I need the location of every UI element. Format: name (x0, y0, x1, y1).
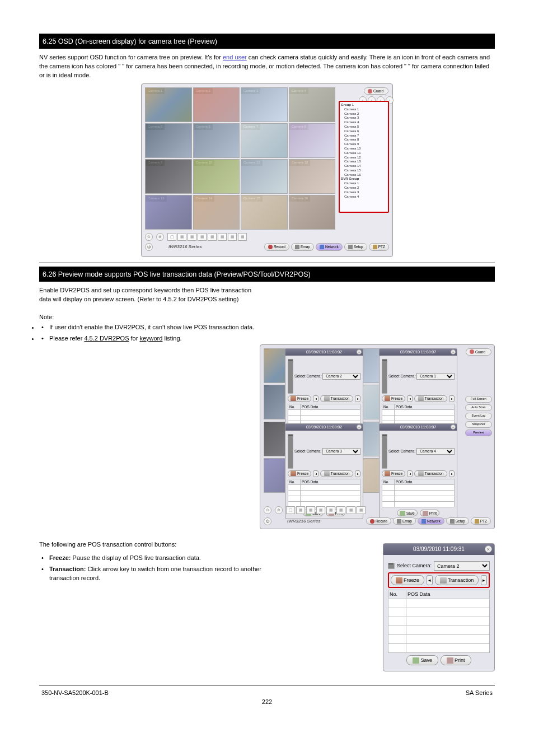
camera-tile[interactable] (289, 87, 336, 122)
nav-network[interactable]: Network (316, 243, 343, 250)
camera-tile[interactable] (289, 195, 336, 230)
layout-1[interactable]: ▢ (286, 506, 295, 514)
camera-tile[interactable] (289, 123, 336, 158)
camera-tile[interactable] (193, 87, 240, 122)
layout-9[interactable]: ▦ (208, 233, 217, 241)
transaction-button[interactable]: Transaction (435, 575, 479, 585)
close-icon[interactable]: × (357, 349, 362, 354)
tree-item[interactable]: Camera 1 (341, 181, 387, 186)
transaction-button[interactable]: Transaction (320, 470, 353, 477)
camera-select[interactable]: Camera 2 (322, 373, 360, 380)
next-transaction[interactable]: ▸ (481, 575, 487, 585)
freeze-button[interactable]: Freeze (382, 470, 405, 477)
camera-tile[interactable] (193, 195, 240, 230)
tree-item[interactable]: Camera 2 (341, 186, 387, 190)
tree-item[interactable]: Camera 12 (341, 156, 387, 160)
end-user-link[interactable]: end user (223, 54, 247, 60)
tree-item[interactable]: Camera 6 (341, 129, 387, 134)
tree-group1[interactable]: Group 1 (341, 103, 387, 108)
lock-button[interactable]: ⊙ (145, 233, 153, 241)
transaction-button[interactable]: Transaction (414, 470, 447, 477)
tree-item[interactable]: Camera 3 (341, 116, 387, 120)
layout-13[interactable]: ▦ (336, 506, 345, 514)
tree-item[interactable]: Camera 7 (341, 134, 387, 138)
camera-tile[interactable] (241, 123, 288, 158)
freeze-button[interactable]: Freeze (382, 395, 405, 402)
close-icon[interactable]: × (451, 424, 456, 430)
tree-item[interactable]: Camera 4 (341, 195, 387, 199)
layout-8[interactable]: ▦ (198, 233, 207, 241)
tree-item[interactable]: Camera 15 (341, 169, 387, 173)
layout-6[interactable]: ▦ (306, 506, 315, 514)
next-transaction[interactable]: ▸ (355, 470, 360, 477)
camera-tile[interactable] (145, 195, 192, 230)
camera-tile[interactable] (145, 87, 192, 122)
camera-select[interactable]: Camera 3 (322, 448, 360, 455)
tree-item[interactable]: Camera 8 (341, 138, 387, 142)
tree-item[interactable]: Camera 3 (341, 190, 387, 195)
transaction-button[interactable]: Transaction (320, 395, 353, 402)
close-icon[interactable]: × (485, 545, 492, 553)
nav-ptz[interactable]: PTZ (369, 243, 389, 250)
power-button[interactable]: ⏻ (264, 517, 271, 525)
tree-item[interactable]: Camera 9 (341, 142, 387, 147)
next-transaction[interactable]: ▸ (355, 395, 360, 402)
nav-setup[interactable]: Setup (344, 243, 367, 250)
eventlog-button[interactable]: Event Log (465, 413, 492, 419)
nav-emap[interactable]: Emap (393, 517, 416, 525)
freeze-button[interactable]: Freeze (288, 470, 311, 477)
layout-4[interactable]: ▦ (177, 233, 186, 241)
tree-item[interactable]: Camera 4 (341, 120, 387, 125)
nav-ptz[interactable]: PTZ (471, 517, 491, 525)
snapshot-button[interactable]: Snapshot (465, 421, 492, 428)
transaction-button[interactable]: Transaction (414, 395, 447, 402)
lock-button[interactable]: ⊙ (264, 506, 271, 514)
guard-button[interactable]: Guard (364, 87, 388, 95)
next-transaction[interactable]: ▸ (449, 470, 455, 477)
print-button[interactable]: Print (441, 655, 471, 665)
camera-tile[interactable] (289, 159, 336, 194)
tree-item[interactable]: Camera 13 (341, 160, 387, 164)
print-button[interactable]: Print (420, 510, 439, 516)
layout-25[interactable]: ▦ (238, 233, 247, 241)
layout-9[interactable]: ▦ (326, 506, 335, 514)
layout-16[interactable]: ▦ (228, 233, 237, 241)
camera-tile[interactable] (193, 123, 240, 158)
nav-emap[interactable]: Emap (291, 243, 314, 250)
tree-item[interactable]: Camera 14 (341, 164, 387, 169)
layout-8[interactable]: ▦ (316, 506, 325, 514)
next-transaction[interactable]: ▸ (449, 395, 455, 402)
tree-item[interactable]: Camera 5 (341, 125, 387, 129)
camera-select[interactable]: Camera 4 (416, 448, 455, 455)
nav-setup[interactable]: Setup (446, 517, 469, 525)
layout-25[interactable]: ▦ (357, 506, 366, 514)
tree-item[interactable]: Camera 1 (341, 108, 387, 112)
prev-transaction[interactable]: ◂ (407, 470, 413, 477)
prev-transaction[interactable]: ◂ (313, 470, 318, 477)
save-button[interactable]: Save (406, 655, 438, 665)
layout-1[interactable]: ▢ (167, 233, 176, 241)
tree-item[interactable]: Camera 11 (341, 151, 387, 156)
close-icon[interactable]: × (357, 424, 362, 430)
freeze-button[interactable]: Freeze (288, 395, 311, 402)
layout-16[interactable]: ▦ (346, 506, 355, 514)
save-button[interactable]: Save (397, 510, 418, 516)
nav-network[interactable]: Network (418, 517, 444, 525)
camera-tile[interactable] (241, 87, 288, 122)
expand-button[interactable]: ⊕ (156, 233, 164, 241)
layout-4[interactable]: ▦ (296, 506, 305, 514)
tree-item[interactable]: Camera 16 (341, 173, 387, 178)
freeze-button[interactable]: Freeze (391, 575, 424, 585)
camera-tree-redbox[interactable]: Group 1 Camera 1 Camera 2 Camera 3 Camer… (339, 101, 389, 213)
fullscreen-button[interactable]: Full Screen (465, 396, 492, 403)
power-button[interactable]: ⏻ (145, 243, 153, 251)
prev-transaction[interactable]: ◂ (313, 395, 318, 402)
autoscan-button[interactable]: Auto Scan (465, 404, 492, 411)
expand-button[interactable]: ⊕ (275, 506, 283, 514)
tree-item[interactable]: Camera 10 (341, 147, 387, 151)
camera-select[interactable]: Camera 1 (416, 373, 455, 380)
layout-6[interactable]: ▦ (188, 233, 196, 241)
tree-group2[interactable]: DVR Group (341, 177, 387, 181)
preview-button[interactable]: Preview (465, 430, 492, 436)
layout-13[interactable]: ▦ (218, 233, 227, 241)
